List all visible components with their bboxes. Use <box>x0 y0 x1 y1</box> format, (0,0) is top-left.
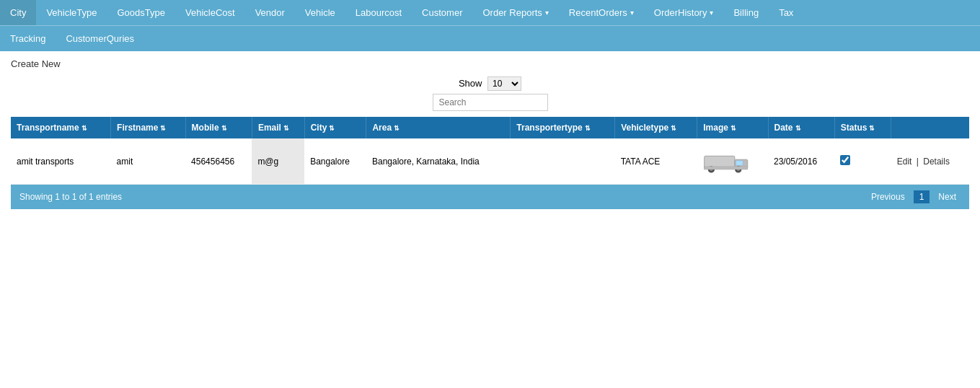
sort-icon: ⇅ <box>730 125 736 132</box>
nav-row-1: CityVehicleTypeGoodsTypeVehicleCostVendo… <box>0 0 980 25</box>
sort-icon: ⇅ <box>283 125 289 132</box>
nav-item-customer[interactable]: Customer <box>412 0 472 25</box>
col-mobile[interactable]: Mobile⇅ <box>185 117 252 138</box>
create-new-link[interactable]: Create New <box>11 58 969 69</box>
col-actions <box>891 117 969 138</box>
sort-icon: ⇅ <box>221 125 227 132</box>
col-date[interactable]: Date⇅ <box>768 117 834 138</box>
nav-item-vehicletype[interactable]: VehicleType <box>36 0 107 25</box>
col-firstname[interactable]: Firstname⇅ <box>111 117 186 138</box>
table-row: amit transportsamit456456456m@gBangalore… <box>11 138 969 185</box>
header-row: Transportname⇅Firstname⇅Mobile⇅Email⇅Cit… <box>11 117 969 138</box>
svg-rect-7 <box>704 167 747 169</box>
svg-rect-2 <box>736 161 743 166</box>
col-transportname[interactable]: Transportname⇅ <box>11 117 111 138</box>
nav-item-tax[interactable]: Tax <box>769 0 803 25</box>
nav-row-2: TrackingCustomerQuries <box>0 26 980 51</box>
image-cell <box>697 138 768 185</box>
actions-cell: Edit | Details <box>891 138 969 185</box>
table-controls: Show 102550100 <box>11 76 969 111</box>
firstname-cell: amit <box>111 138 186 185</box>
table-body: amit transportsamit456456456m@gBangalore… <box>11 138 969 185</box>
vehicletype-cell: TATA ACE <box>615 138 697 185</box>
main-content: Create New Show 102550100 Transportname⇅… <box>0 51 980 216</box>
truck-image <box>703 144 750 176</box>
dropdown-arrow-icon: ▾ <box>545 9 549 17</box>
col-city[interactable]: City⇅ <box>304 117 366 138</box>
nav-item-vehicle[interactable]: Vehicle <box>295 0 345 25</box>
show-label: Show <box>459 78 482 89</box>
show-select[interactable]: 102550100 <box>487 76 521 91</box>
sort-icon: ⇅ <box>81 125 87 132</box>
nav-item-vehiclecost[interactable]: VehicleCost <box>175 0 245 25</box>
nav-item-city[interactable]: City <box>0 0 36 25</box>
nav-item-goodstype[interactable]: GoodsType <box>107 0 176 25</box>
sort-icon: ⇅ <box>671 125 676 132</box>
sort-icon: ⇅ <box>869 125 875 132</box>
sort-icon: ⇅ <box>585 125 591 132</box>
col-email[interactable]: Email⇅ <box>252 117 304 138</box>
pagination: Previous 1 Next <box>867 190 961 203</box>
nav-item-customerquries[interactable]: CustomerQuries <box>56 26 144 51</box>
details-link[interactable]: Details <box>923 156 950 167</box>
edit-link[interactable]: Edit <box>897 156 912 167</box>
col-area[interactable]: Area⇅ <box>366 117 511 138</box>
status-cell <box>834 138 891 185</box>
date-cell: 23/05/2016 <box>768 138 834 185</box>
showing-text: Showing 1 to 1 of 1 entries <box>19 192 122 202</box>
area-cell: Bangalore, Karnataka, India <box>366 138 511 185</box>
action-separator: | <box>914 156 921 167</box>
nav-item-labourcost[interactable]: Labourcost <box>345 0 412 25</box>
data-table: Transportname⇅Firstname⇅Mobile⇅Email⇅Cit… <box>11 117 969 185</box>
table-header: Transportname⇅Firstname⇅Mobile⇅Email⇅Cit… <box>11 117 969 138</box>
page-1-button[interactable]: 1 <box>914 190 930 203</box>
sort-icon: ⇅ <box>160 125 166 132</box>
col-vehicletype[interactable]: Vehicletype⇅ <box>615 117 697 138</box>
previous-button[interactable]: Previous <box>867 190 909 203</box>
sort-icon: ⇅ <box>394 125 399 132</box>
nav-item-orderhistory[interactable]: OrderHistory▾ <box>644 0 724 25</box>
search-input[interactable] <box>433 94 548 111</box>
transportname-cell: amit transports <box>11 138 111 185</box>
table-footer: Showing 1 to 1 of 1 entries Previous 1 N… <box>11 185 969 209</box>
transportertype-cell <box>511 138 615 185</box>
show-control: Show 102550100 <box>11 76 969 91</box>
next-button[interactable]: Next <box>934 190 961 203</box>
navigation: CityVehicleTypeGoodsTypeVehicleCostVendo… <box>0 0 980 51</box>
nav-item-recentorders[interactable]: RecentOrders▾ <box>559 0 644 25</box>
nav-item-billing[interactable]: Billing <box>723 0 769 25</box>
dropdown-arrow-icon: ▾ <box>630 9 634 17</box>
nav-item-orderreports[interactable]: Order Reports▾ <box>472 0 558 25</box>
sort-icon: ⇅ <box>329 125 335 132</box>
status-checkbox[interactable] <box>840 155 850 165</box>
nav-item-tracking[interactable]: Tracking <box>0 26 56 51</box>
city-cell: Bangalore <box>304 138 366 185</box>
col-image[interactable]: Image⇅ <box>697 117 768 138</box>
col-transportertype[interactable]: Transportertype⇅ <box>511 117 615 138</box>
email-cell: m@g <box>252 138 304 185</box>
nav-item-vendor[interactable]: Vendor <box>245 0 295 25</box>
mobile-cell: 456456456 <box>185 138 252 185</box>
sort-icon: ⇅ <box>795 125 801 132</box>
col-status[interactable]: Status⇅ <box>834 117 891 138</box>
dropdown-arrow-icon: ▾ <box>710 9 713 17</box>
